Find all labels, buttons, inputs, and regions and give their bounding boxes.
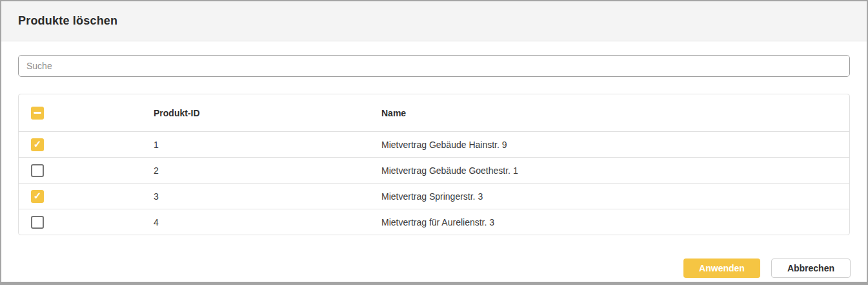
row-checkbox[interactable]: ✓	[31, 216, 44, 229]
apply-button[interactable]: Anwenden	[683, 259, 760, 278]
product-name-cell: Mietvertrag Gebäude Goethestr. 1	[381, 165, 849, 176]
dialog-footer: Anwenden Abbrechen	[683, 259, 851, 278]
search-input[interactable]	[18, 55, 850, 77]
table-row: ✓ 2 Mietvertrag Gebäude Goethestr. 1	[19, 157, 849, 183]
row-select-cell: ✓	[19, 138, 154, 151]
table-row: ✓ 3 Mietvertrag Springerstr. 3	[19, 183, 849, 209]
row-checkbox[interactable]: ✓	[31, 164, 44, 177]
indeterminate-dash-icon	[34, 112, 41, 114]
product-id-cell: 4	[154, 217, 381, 227]
product-id-cell: 2	[154, 165, 381, 176]
table-row: ✓ 1 Mietvertrag Gebäude Hainstr. 9	[19, 131, 849, 157]
row-select-cell: ✓	[19, 216, 154, 229]
checkmark-icon: ✓	[34, 191, 42, 200]
product-name-cell: Mietvertrag für Aurelienstr. 3	[381, 217, 849, 227]
checkmark-icon: ✓	[34, 139, 42, 149]
products-table: ✓ Produkt-ID Name ✓ 1 Mietvertrag Gebäud…	[18, 94, 850, 235]
product-id-cell: 3	[154, 191, 381, 202]
row-checkbox[interactable]: ✓	[31, 138, 44, 151]
delete-products-dialog: Produkte löschen ✓ Produkt-ID Name ✓	[0, 0, 868, 285]
table-header-row: ✓ Produkt-ID Name	[19, 94, 849, 131]
product-name-cell: Mietvertrag Gebäude Hainstr. 9	[381, 140, 849, 150]
cancel-button[interactable]: Abbrechen	[771, 259, 851, 278]
row-checkbox[interactable]: ✓	[31, 190, 44, 203]
row-select-cell: ✓	[19, 190, 154, 203]
table-rows: ✓ 1 Mietvertrag Gebäude Hainstr. 9 ✓ 2 M…	[19, 131, 849, 235]
select-all-checkbox[interactable]: ✓	[31, 107, 44, 120]
product-name-cell: Mietvertrag Springerstr. 3	[381, 191, 849, 202]
dialog-header: Produkte löschen	[1, 1, 867, 41]
product-id-cell: 1	[154, 140, 381, 150]
dialog-title: Produkte löschen	[18, 14, 117, 28]
select-all-cell: ✓	[19, 107, 154, 120]
table-row: ✓ 4 Mietvertrag für Aurelienstr. 3	[19, 209, 849, 235]
row-select-cell: ✓	[19, 164, 154, 177]
dialog-body: ✓ Produkt-ID Name ✓ 1 Mietvertrag Gebäud…	[1, 41, 867, 235]
column-header-name: Name	[381, 108, 849, 118]
column-header-produkt-id: Produkt-ID	[154, 108, 381, 118]
